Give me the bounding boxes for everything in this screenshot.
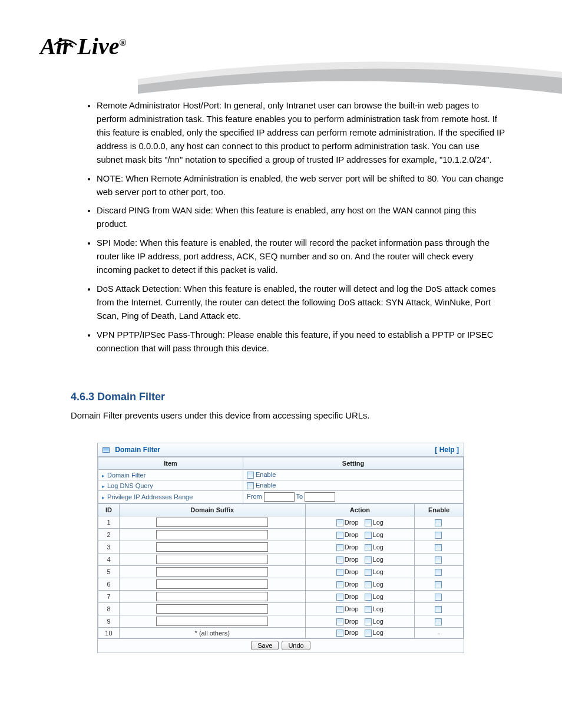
section-heading: 4.6.3 Domain Filter bbox=[71, 391, 165, 403]
rule-action-cell: DropLog bbox=[305, 516, 415, 529]
drop-label: Drop bbox=[345, 629, 359, 636]
feature-bullet: DoS Attack Detection: When this feature … bbox=[97, 282, 508, 323]
rule-row: 2DropLog bbox=[98, 529, 464, 541]
log-label: Log bbox=[373, 556, 384, 563]
arrow-icon: ▸ bbox=[102, 483, 105, 489]
rule-suffix-cell bbox=[119, 529, 305, 541]
rule-enable-cell bbox=[415, 615, 464, 628]
priv-ip-to-input[interactable] bbox=[305, 492, 335, 502]
col-header-action: Action bbox=[305, 504, 415, 516]
panel-title: Domain Filter bbox=[115, 446, 160, 454]
log-label: Log bbox=[373, 618, 384, 625]
drop-checkbox[interactable] bbox=[336, 569, 343, 576]
domain-suffix-input[interactable] bbox=[156, 542, 268, 552]
log-label: Log bbox=[373, 629, 384, 636]
log-checkbox[interactable] bbox=[365, 630, 372, 637]
feature-bullet: VPN PPTP/IPSec Pass-Through: Please enab… bbox=[97, 328, 508, 355]
drop-checkbox[interactable] bbox=[336, 606, 343, 613]
rule-enable-checkbox[interactable] bbox=[435, 581, 442, 588]
rule-suffix-cell bbox=[119, 603, 305, 615]
domain-suffix-input[interactable] bbox=[156, 579, 268, 589]
rule-enable-checkbox[interactable] bbox=[435, 519, 442, 526]
rule-enable-cell: - bbox=[415, 628, 464, 638]
log-checkbox[interactable] bbox=[365, 569, 372, 576]
rule-id: 9 bbox=[98, 615, 120, 628]
drop-label: Drop bbox=[345, 519, 359, 526]
rule-action-cell: DropLog bbox=[305, 541, 415, 554]
drop-checkbox[interactable] bbox=[336, 544, 343, 551]
log-checkbox[interactable] bbox=[365, 519, 372, 526]
log-checkbox[interactable] bbox=[365, 606, 372, 613]
rule-id: 5 bbox=[98, 566, 120, 578]
drop-label: Drop bbox=[345, 581, 359, 588]
rule-suffix-cell bbox=[119, 566, 305, 578]
drop-checkbox[interactable] bbox=[336, 618, 343, 625]
drop-label: Drop bbox=[345, 593, 359, 600]
rule-enable-cell bbox=[415, 554, 464, 566]
domain-filter-enable-checkbox[interactable] bbox=[247, 472, 254, 479]
domain-suffix-input[interactable] bbox=[156, 604, 268, 614]
priv-ip-from-input[interactable] bbox=[264, 492, 295, 502]
rule-action-cell: DropLog bbox=[305, 529, 415, 541]
rule-enable-checkbox[interactable] bbox=[435, 606, 442, 613]
arrow-icon: ▸ bbox=[102, 473, 105, 479]
rule-action-cell: DropLog bbox=[305, 578, 415, 591]
drop-checkbox[interactable] bbox=[336, 594, 343, 601]
log-label: Log bbox=[373, 581, 384, 588]
feature-bullet: SPI Mode: When this feature is enabled, … bbox=[97, 236, 508, 277]
domain-filter-enable-label: Enable bbox=[256, 471, 276, 478]
domain-suffix-input[interactable] bbox=[156, 530, 268, 539]
rule-enable-checkbox[interactable] bbox=[435, 569, 442, 576]
rule-action-cell: DropLog bbox=[305, 566, 415, 578]
rule-enable-checkbox[interactable] bbox=[435, 532, 442, 539]
domain-suffix-input[interactable] bbox=[156, 592, 268, 601]
rule-row: 9DropLog bbox=[98, 615, 464, 628]
log-checkbox[interactable] bbox=[365, 581, 372, 588]
rule-enable-cell bbox=[415, 578, 464, 591]
rule-enable-checkbox[interactable] bbox=[435, 618, 442, 625]
rule-enable-checkbox[interactable] bbox=[435, 556, 442, 564]
rule-enable-cell bbox=[415, 529, 464, 541]
drop-checkbox[interactable] bbox=[336, 519, 343, 526]
drop-checkbox[interactable] bbox=[336, 630, 343, 637]
drop-checkbox[interactable] bbox=[336, 556, 343, 564]
drop-checkbox[interactable] bbox=[336, 581, 343, 588]
log-checkbox[interactable] bbox=[365, 556, 372, 564]
log-label: Log bbox=[373, 543, 384, 551]
col-header-item: Item bbox=[98, 457, 243, 470]
save-button[interactable]: Save bbox=[251, 641, 279, 650]
panel-title-icon bbox=[103, 447, 110, 453]
item-log-dns-label: Log DNS Query bbox=[107, 482, 153, 489]
log-checkbox[interactable] bbox=[365, 594, 372, 601]
log-checkbox[interactable] bbox=[365, 532, 372, 539]
rule-suffix-cell bbox=[119, 591, 305, 603]
undo-button[interactable]: Undo bbox=[282, 641, 310, 650]
log-checkbox[interactable] bbox=[365, 544, 372, 551]
rule-row: 3DropLog bbox=[98, 541, 464, 554]
rule-id: 3 bbox=[98, 541, 120, 554]
section-paragraph: Domain Filter prevents users under this … bbox=[71, 409, 495, 422]
domain-suffix-input[interactable] bbox=[156, 555, 268, 564]
priv-ip-to-label: To bbox=[296, 493, 303, 500]
rule-enable-checkbox[interactable] bbox=[435, 594, 442, 601]
log-label: Log bbox=[373, 605, 384, 612]
rules-table: ID Domain Suffix Action Enable 1DropLog2… bbox=[98, 503, 464, 638]
rule-enable-checkbox[interactable] bbox=[435, 544, 442, 551]
drop-checkbox[interactable] bbox=[336, 532, 343, 539]
rule-id: 8 bbox=[98, 603, 120, 615]
rule-row: 4DropLog bbox=[98, 554, 464, 566]
domain-suffix-input[interactable] bbox=[156, 567, 268, 577]
rule-row: 1DropLog bbox=[98, 516, 464, 529]
col-header-enable: Enable bbox=[415, 504, 464, 516]
log-checkbox[interactable] bbox=[365, 618, 372, 625]
rule-id: 7 bbox=[98, 591, 120, 603]
domain-suffix-input[interactable] bbox=[156, 518, 268, 527]
rule-suffix-cell bbox=[119, 516, 305, 529]
domain-suffix-input[interactable] bbox=[156, 617, 268, 626]
rule-enable-cell bbox=[415, 541, 464, 554]
help-link[interactable]: [ Help ] bbox=[435, 446, 459, 454]
log-dns-enable-checkbox[interactable] bbox=[247, 482, 254, 489]
rule-row: 6DropLog bbox=[98, 578, 464, 591]
item-domain-filter-label: Domain Filter bbox=[107, 472, 146, 479]
rule-row: 8DropLog bbox=[98, 603, 464, 615]
